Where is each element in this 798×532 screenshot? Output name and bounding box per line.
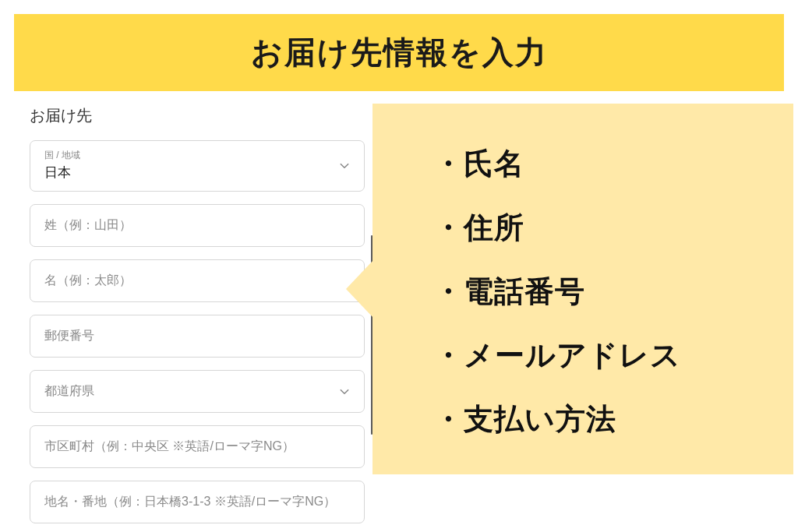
first-name-field[interactable]: 名（例：太郎）	[30, 259, 365, 302]
callout-panel: ・氏名 ・住所 ・電話番号 ・メールアドレス ・支払い方法	[373, 104, 793, 474]
form-column: お届け先 国 / 地域 日本 姓（例：山田） 名（例：太郎） 郵便番号 都道府県	[30, 99, 365, 532]
callout-item-address: ・住所	[433, 213, 756, 242]
content-area: お届け先 国 / 地域 日本 姓（例：山田） 名（例：太郎） 郵便番号 都道府県	[0, 99, 798, 532]
postal-code-placeholder: 郵便番号	[44, 328, 350, 344]
header-banner: お届け先情報を入力	[14, 14, 784, 91]
page-title: お届け先情報を入力	[14, 31, 784, 74]
callout-arrow-icon	[346, 259, 374, 319]
city-field[interactable]: 市区町村（例：中央区 ※英語/ローマ字NG）	[30, 425, 365, 468]
callout-item-name: ・氏名	[433, 149, 756, 178]
prefecture-placeholder: 都道府県	[44, 383, 350, 400]
address-placeholder: 地名・番地（例：日本橋3-1-3 ※英語/ローマ字NG）	[44, 494, 350, 510]
callout-box: ・氏名 ・住所 ・電話番号 ・メールアドレス ・支払い方法	[373, 104, 793, 474]
callout-item-email: ・メールアドレス	[433, 340, 756, 370]
country-select[interactable]: 国 / 地域 日本	[30, 140, 365, 192]
city-placeholder: 市区町村（例：中央区 ※英語/ローマ字NG）	[44, 439, 350, 455]
address-field[interactable]: 地名・番地（例：日本橋3-1-3 ※英語/ローマ字NG）	[30, 481, 365, 523]
last-name-placeholder: 姓（例：山田）	[44, 217, 350, 234]
callout-item-phone: ・電話番号	[433, 277, 756, 306]
field-group: 国 / 地域 日本 姓（例：山田） 名（例：太郎） 郵便番号 都道府県	[30, 140, 365, 523]
section-label: お届け先	[30, 105, 365, 126]
callout-item-payment: ・支払い方法	[433, 404, 756, 434]
postal-code-field[interactable]: 郵便番号	[30, 315, 365, 358]
country-label: 国 / 地域	[44, 149, 350, 162]
country-value: 日本	[44, 164, 350, 181]
first-name-placeholder: 名（例：太郎）	[44, 273, 350, 289]
prefecture-select[interactable]: 都道府県	[30, 370, 365, 413]
callout-list: ・氏名 ・住所 ・電話番号 ・メールアドレス ・支払い方法	[433, 149, 756, 434]
last-name-field[interactable]: 姓（例：山田）	[30, 204, 365, 247]
